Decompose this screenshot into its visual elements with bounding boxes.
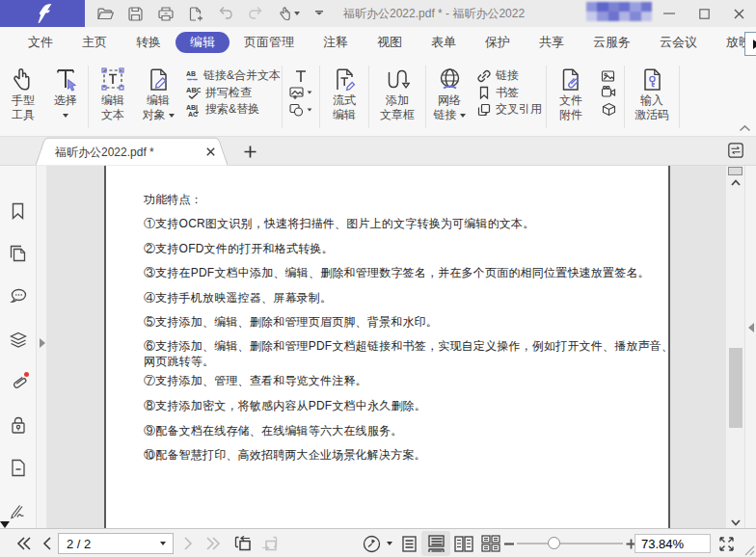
scroll-down-arrow[interactable] — [731, 519, 741, 526]
menu-comment[interactable]: 注释 — [309, 32, 363, 53]
select-tool-button[interactable]: 选择 — [44, 58, 87, 136]
web-links-label-1: 网络 — [438, 93, 461, 108]
app-logo[interactable] — [0, 0, 85, 27]
menu-share[interactable]: 共享 — [525, 32, 579, 53]
add-text-button[interactable] — [294, 67, 308, 85]
minimize-button[interactable] — [652, 0, 687, 27]
file-attachment-button[interactable]: 文件 附件 — [548, 58, 594, 136]
page-number-dropdown-caret — [160, 542, 166, 545]
activation-code-button[interactable]: 输入 激活码 — [626, 58, 678, 136]
reflow-edit-button[interactable]: 流式 编辑 — [321, 58, 367, 136]
more-panels-triangle[interactable] — [0, 521, 10, 528]
menu-form[interactable]: 表单 — [417, 32, 471, 53]
select-tool-label: 选择 — [54, 93, 77, 108]
document-viewport[interactable]: 功能特点： ①支持OCR图文识别，快速将扫描件、图片上的文字转换为可编辑的文本。… — [46, 166, 726, 528]
add-shapes-button[interactable] — [289, 101, 312, 119]
search-replace-button[interactable]: AB AC 搜索&替换 — [180, 101, 281, 119]
link-button[interactable]: 链接 — [472, 67, 545, 85]
window-resize-grip[interactable] — [744, 545, 755, 556]
continuous-layout-button[interactable] — [421, 531, 450, 556]
link-join-text-button[interactable]: AB 链接&合并文本 — [180, 67, 281, 85]
close-button[interactable] — [721, 0, 756, 27]
menu-cloud-meeting[interactable]: 云会议 — [645, 32, 712, 53]
web-links-label-2: 链接 — [434, 108, 457, 122]
security-panel-icon — [11, 416, 26, 435]
bookmarks-panel-button[interactable] — [9, 201, 27, 220]
menu-cloud-service[interactable]: 云服务 — [579, 32, 645, 53]
facing-layout-button[interactable] — [451, 529, 476, 557]
customize-quick-access-button[interactable] — [307, 2, 332, 25]
add-article-box-button[interactable]: 添加 文章框 — [370, 58, 424, 136]
add-3d-button[interactable] — [602, 101, 616, 119]
facing-continuous-layout-button[interactable] — [478, 529, 503, 557]
security-panel-button[interactable] — [9, 416, 27, 435]
menu-home[interactable]: 主页 — [68, 32, 122, 53]
open-button[interactable] — [91, 2, 121, 25]
page-text-line: ⑨配备文档在线存储、在线编辑等六大在线服务。 — [144, 423, 402, 438]
maximize-button[interactable] — [687, 0, 721, 27]
pages-panel-button[interactable] — [9, 245, 27, 263]
destinations-panel-button[interactable] — [9, 459, 27, 477]
scrollbar-split-box[interactable] — [728, 167, 742, 175]
layers-panel-button[interactable] — [9, 331, 27, 349]
save-button[interactable] — [121, 2, 150, 25]
expand-right-panel-handle[interactable] — [748, 323, 755, 332]
destinations-panel-icon — [11, 459, 26, 477]
add-article-box-icon — [385, 66, 410, 93]
zoom-slider-track[interactable] — [517, 543, 623, 544]
next-view-button[interactable] — [257, 529, 281, 557]
quick-access-toolbar — [91, 2, 332, 25]
menu-convert[interactable]: 转换 — [122, 32, 176, 53]
zoom-out-button[interactable] — [501, 529, 517, 557]
add-3d-icon — [602, 102, 616, 117]
last-page-button[interactable] — [202, 529, 224, 557]
comments-panel-button[interactable] — [9, 287, 27, 305]
print-button[interactable] — [150, 2, 180, 25]
menu-edit[interactable]: 编辑 — [176, 32, 230, 53]
undo-button[interactable] — [210, 2, 240, 25]
bookmark-button[interactable]: 书签 — [472, 85, 545, 102]
attachments-panel-button[interactable] — [9, 373, 27, 391]
single-page-layout-button[interactable] — [399, 529, 418, 557]
switch-document-button[interactable] — [726, 141, 745, 160]
edit-object-button[interactable]: 编辑 对象 — [136, 58, 180, 136]
previous-page-button[interactable] — [38, 529, 55, 557]
scroll-up-arrow[interactable] — [731, 179, 741, 186]
zoom-percentage-box[interactable]: 73.84% — [634, 534, 711, 553]
page-number-box[interactable]: 2 / 2 — [58, 533, 174, 554]
add-image-button[interactable] — [289, 85, 312, 102]
page-indicator-value: 2 / 2 — [67, 537, 160, 551]
ribbon-separator — [368, 66, 369, 128]
fullscreen-button[interactable] — [714, 529, 739, 557]
redo-button[interactable] — [240, 2, 270, 25]
expand-left-panel-handle[interactable] — [39, 338, 45, 348]
hand-tool-button[interactable]: 手型 工具 — [2, 58, 44, 136]
previous-view-button[interactable] — [231, 529, 255, 557]
signatures-panel-button[interactable] — [9, 502, 27, 520]
hand-mode-button[interactable] — [270, 2, 307, 25]
new-tab-button[interactable] — [239, 141, 260, 162]
spell-check-button[interactable]: ABC 拼写检查 — [180, 85, 281, 102]
menu-scroll-right-button[interactable] — [744, 32, 756, 56]
scrollbar-thumb[interactable] — [729, 348, 742, 428]
collapse-ribbon-button[interactable] — [739, 124, 751, 132]
first-page-button[interactable] — [14, 529, 35, 557]
ribbon-separator — [319, 66, 320, 128]
edit-text-button[interactable]: 编辑 文本 — [90, 58, 136, 136]
menu-page-management[interactable]: 页面管理 — [230, 32, 309, 53]
add-video-button[interactable] — [601, 85, 616, 102]
next-page-button[interactable] — [179, 529, 197, 557]
zoom-slider-thumb[interactable] — [548, 537, 560, 549]
create-pdf-button[interactable] — [180, 2, 210, 25]
document-tab[interactable]: 福昕办公2022.pdf * — [36, 137, 228, 166]
vertical-scrollbar[interactable] — [726, 166, 744, 528]
menu-protect[interactable]: 保护 — [471, 32, 525, 53]
tab-close-button[interactable] — [202, 144, 218, 159]
menu-file[interactable]: 文件 — [14, 32, 68, 53]
reading-clock-icon — [363, 535, 381, 553]
cross-reference-button[interactable]: 交叉引用 — [472, 101, 545, 119]
menu-view[interactable]: 视图 — [363, 32, 417, 53]
view-mode-button[interactable] — [361, 529, 393, 557]
web-links-button[interactable]: 网络 链接 — [427, 58, 472, 136]
image-annotation-button[interactable] — [601, 67, 616, 85]
